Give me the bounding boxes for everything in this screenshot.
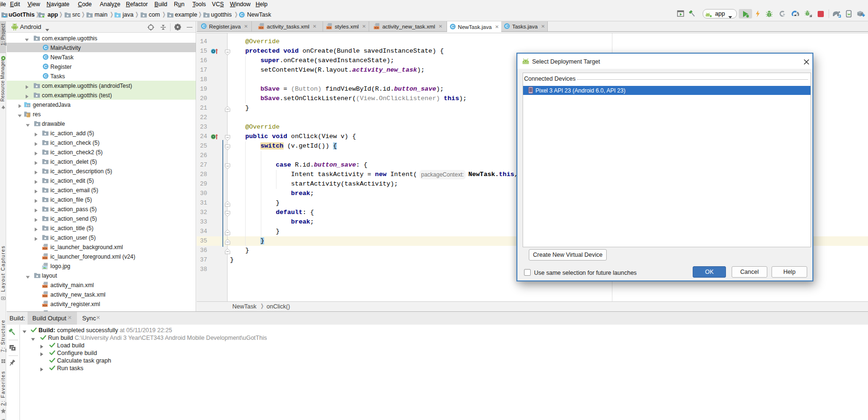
svg-text:C: C (44, 64, 48, 69)
svg-text:<>: <> (374, 26, 378, 30)
svg-text:C: C (202, 23, 206, 28)
svg-text:<>: <> (259, 26, 263, 30)
svg-text:<>: <> (327, 26, 331, 30)
svg-text:C: C (506, 23, 509, 28)
svg-text:C: C (44, 73, 48, 78)
svg-text:<>: <> (43, 294, 47, 298)
svg-text:C: C (451, 24, 454, 29)
svg-text:C: C (44, 54, 48, 59)
svg-text:C: C (44, 45, 48, 50)
svg-text:<>: <> (43, 246, 47, 250)
svg-text:C: C (240, 12, 244, 17)
svg-text:<>: <> (43, 284, 47, 288)
svg-text:<>: <> (43, 256, 47, 260)
svg-text:<>: <> (43, 303, 47, 307)
